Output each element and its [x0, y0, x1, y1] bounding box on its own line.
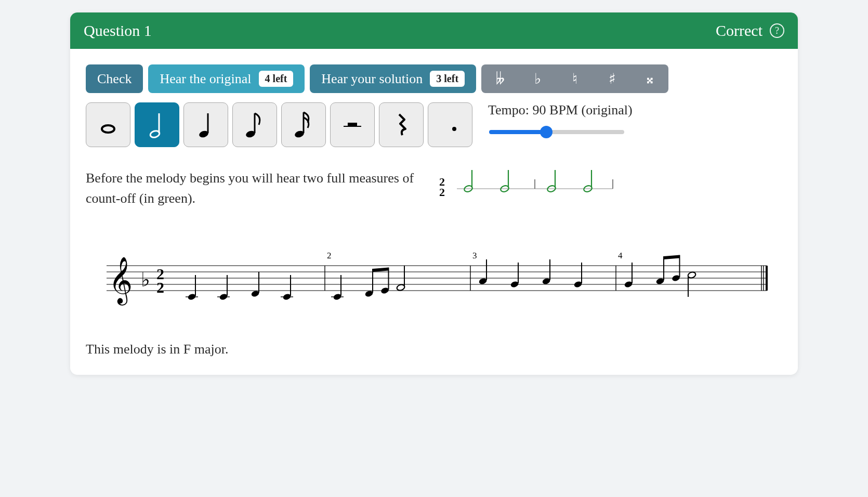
svg-marker-55 [373, 268, 389, 272]
half-rest-icon [339, 112, 365, 138]
tempo-label: Tempo: 90 BPM (original) [488, 102, 639, 118]
svg-marker-76 [664, 255, 680, 259]
eighth-note-button[interactable] [232, 102, 277, 147]
sixteenth-note-button[interactable] [281, 102, 326, 147]
tempo-block: Tempo: 90 BPM (original) [488, 102, 639, 138]
svg-text:2: 2 [327, 251, 332, 260]
hear-solution-badge: 3 left [430, 71, 465, 87]
hear-solution-label: Hear your solution [321, 71, 423, 87]
double-flat-button[interactable]: 𝄫 [481, 64, 519, 93]
melody-score[interactable]: 𝄞♭22234 [86, 240, 782, 333]
svg-point-11 [452, 127, 456, 131]
sharp-button[interactable]: ♯ [594, 64, 631, 93]
double-sharp-button[interactable]: 𝄪 [631, 64, 668, 93]
sixteenth-note-icon [292, 109, 315, 140]
svg-text:♭: ♭ [141, 269, 150, 291]
quarter-note-icon [195, 109, 216, 140]
dot-button[interactable] [428, 102, 472, 147]
svg-text:𝄞: 𝄞 [109, 257, 133, 306]
hear-original-label: Hear the original [160, 71, 251, 87]
quarter-note-button[interactable] [183, 102, 228, 147]
half-note-icon [147, 109, 167, 140]
quarter-rest-button[interactable] [379, 102, 424, 147]
half-note-button[interactable] [135, 102, 179, 147]
help-icon[interactable]: ? [770, 23, 784, 38]
card-body: Check Hear the original 4 left Hear your… [70, 49, 798, 375]
dot-icon [440, 114, 461, 135]
svg-text:2: 2 [156, 279, 164, 296]
svg-rect-10 [348, 123, 357, 126]
natural-button[interactable]: ♮ [556, 64, 594, 93]
check-button[interactable]: Check [86, 64, 143, 93]
svg-text:2: 2 [439, 186, 445, 199]
top-toolbar: Check Hear the original 4 left Hear your… [86, 64, 782, 93]
hear-original-badge: 4 left [259, 71, 294, 87]
eighth-note-icon [243, 109, 266, 140]
header-status-area: Correct ? [716, 22, 784, 40]
whole-note-button[interactable] [86, 102, 130, 147]
whole-note-icon [98, 114, 119, 135]
key-label: This melody is in F major. [86, 342, 782, 357]
countoff-preview: 2 2 [439, 168, 616, 204]
question-title: Question 1 [84, 22, 152, 40]
half-rest-button[interactable] [330, 102, 375, 147]
status-label: Correct [716, 22, 762, 40]
hear-solution-button[interactable]: Hear your solution 3 left [310, 64, 476, 93]
svg-point-0 [102, 125, 114, 133]
note-value-group [86, 102, 472, 147]
svg-text:3: 3 [472, 251, 477, 260]
accidental-group: 𝄫 ♭ ♮ ♯ 𝄪 [481, 64, 668, 93]
note-tempo-row: Tempo: 90 BPM (original) [86, 102, 782, 150]
card-header: Question 1 Correct ? [70, 12, 798, 49]
check-button-label: Check [97, 71, 131, 87]
instruction-row: Before the melody begins you will hear t… [86, 168, 782, 208]
instruction-text: Before the melody begins you will hear t… [86, 168, 418, 208]
hear-original-button[interactable]: Hear the original 4 left [148, 64, 305, 93]
question-card: Question 1 Correct ? Check Hear the orig… [70, 12, 798, 375]
tempo-slider[interactable] [489, 130, 624, 134]
flat-button[interactable]: ♭ [519, 64, 556, 93]
svg-text:4: 4 [618, 251, 623, 260]
quarter-rest-icon [391, 109, 412, 140]
